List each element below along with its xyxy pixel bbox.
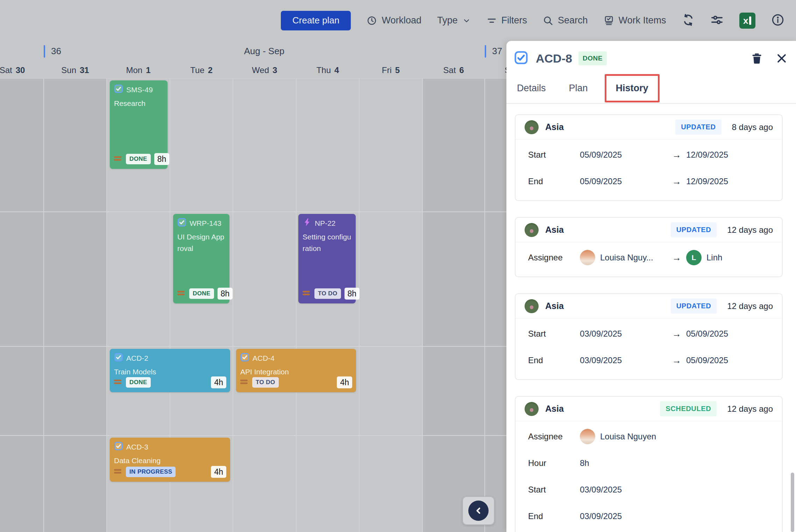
history-entry-header: AsiaUPDATED12 days ago [516, 218, 782, 242]
history-entry: AsiaUPDATED12 days agoAssigneeLouisa Ngu… [515, 217, 783, 277]
excel-icon: x [743, 16, 748, 25]
work-items-button[interactable]: Work Items [604, 15, 666, 26]
chevron-left-icon [468, 501, 489, 521]
card-footer: TO DO8h [302, 288, 352, 300]
history-row-end: End03/09/2025→05/09/2025 [516, 347, 782, 374]
work-items-label: Work Items [619, 15, 666, 26]
new-value: 12/09/2025 [686, 177, 728, 186]
history-entry-header: AsiaSCHEDULED12 days ago [516, 397, 782, 421]
day-number: 4 [334, 65, 339, 75]
card-title: UI Design Approval [177, 231, 225, 254]
value-text: 05/09/2025 [580, 177, 622, 186]
old-value: 05/09/2025 [580, 177, 672, 186]
card-title: Setting configuration [303, 231, 351, 254]
field-label: End [528, 355, 580, 365]
card-title: API Integration [240, 366, 352, 378]
task-card-wrp-143[interactable]: WRP-143UI Design ApprovalDONE8h [173, 214, 229, 303]
day-label-wed-3: Wed3 [233, 64, 296, 77]
search-button[interactable]: Search [543, 15, 588, 26]
sliders-icon [710, 13, 724, 28]
tab-details[interactable]: Details [517, 83, 546, 94]
history-entry: AsiaUPDATED12 days agoStart03/09/2025→05… [515, 293, 783, 380]
calendar-gridline [484, 79, 485, 532]
card-status-badge: DONE [126, 154, 151, 164]
entry-rows: AssigneeLouisa NguyenHour8hStart03/09/20… [516, 421, 782, 532]
task-card-acd-4[interactable]: ACD-4API IntegrationTO DO4h [236, 349, 356, 392]
field-value: Louisa Nguyen [580, 429, 656, 444]
priority-medium-icon [177, 290, 186, 298]
actor-name: Asia [545, 122, 564, 132]
new-value: 12/09/2025 [686, 150, 728, 160]
entry-header-right: UPDATED12 days ago [671, 299, 773, 314]
info-icon [771, 13, 784, 28]
card-hours-badge: 8h [344, 288, 360, 300]
value-text: Louisa Nguyen [600, 432, 656, 441]
actor-name: Asia [545, 225, 564, 235]
history-entry: AsiaUPDATED8 days agoStart05/09/2025→12/… [515, 114, 783, 201]
old-value: Louisa Nguy... [580, 250, 672, 265]
history-row-end: End05/09/2025→12/09/2025 [516, 168, 782, 195]
arrow-right-icon: → [672, 150, 681, 160]
type-dropdown[interactable]: Type [437, 15, 471, 26]
card-status-badge: DONE [189, 288, 214, 299]
day-name: Sat [0, 65, 12, 75]
old-value: 03/09/2025 [580, 355, 672, 365]
history-entries: AsiaUPDATED8 days agoStart05/09/2025→12/… [506, 104, 796, 532]
actor-name: Asia [545, 404, 564, 414]
week-marker-bar [485, 45, 486, 58]
field-value: 03/09/2025 [580, 511, 622, 521]
value-text: 05/09/2025 [580, 150, 622, 160]
task-card-np-22[interactable]: NP-22Setting configurationTO DO8h [298, 214, 356, 303]
actor-name: Asia [545, 301, 564, 311]
priority-medium-icon [114, 155, 122, 163]
status-badge: DONE [578, 51, 607, 65]
sync-icon [682, 14, 695, 28]
priority-medium-icon [114, 468, 122, 476]
info-button[interactable] [771, 13, 784, 28]
delete-button[interactable] [751, 52, 763, 65]
timestamp: 12 days ago [727, 404, 773, 414]
top-toolbar: Create plan Workload Type [281, 0, 784, 41]
day-number: 3 [272, 65, 277, 75]
avatar [580, 429, 595, 444]
collapse-panel-button[interactable] [462, 496, 495, 525]
workload-button[interactable]: Workload [367, 15, 421, 26]
panel-scrollbar[interactable] [791, 473, 794, 532]
value-text: Linh [706, 253, 722, 263]
value-text: Louisa Nguy... [600, 253, 653, 263]
create-plan-button[interactable]: Create plan [281, 11, 351, 30]
entry-header-right: UPDATED8 days ago [675, 120, 773, 135]
event-type-badge: UPDATED [671, 222, 717, 237]
filter-icon [486, 15, 497, 26]
card-header: NP-22 [303, 218, 351, 229]
task-card-acd-3[interactable]: ACD-3Data CleaningIN PROGRESS4h [110, 438, 230, 482]
filters-button[interactable]: Filters [486, 15, 527, 26]
value-text: 12/09/2025 [686, 177, 728, 186]
settings-button[interactable] [710, 13, 724, 28]
tab-plan[interactable]: Plan [569, 83, 588, 94]
entry-header-right: UPDATED12 days ago [671, 222, 773, 237]
field-label: Assignee [528, 432, 580, 441]
chevron-down-icon [462, 16, 471, 25]
arrow-right-icon: → [672, 329, 681, 339]
avatar [580, 250, 595, 265]
card-header: WRP-143 [177, 218, 225, 229]
day-label-tue-2: Tue2 [170, 64, 233, 77]
sync-button[interactable] [682, 14, 695, 28]
day-name: Tue [190, 65, 204, 75]
work-item-panel: ACD-8 DONE Details Plan [506, 41, 796, 532]
card-status-badge: TO DO [252, 377, 279, 388]
close-panel-button[interactable] [776, 52, 788, 64]
card-footer: IN PROGRESS4h [114, 466, 226, 478]
excel-export-button[interactable]: x [739, 13, 755, 29]
value-text: 03/09/2025 [580, 511, 622, 521]
tab-history[interactable]: History [616, 83, 648, 94]
task-card-sms-49[interactable]: SMS-49ResearchDONE8h [110, 80, 168, 169]
lane-divider [0, 435, 506, 436]
calendar-header-divider [0, 78, 506, 79]
task-card-acd-2[interactable]: ACD-2Train ModelsDONE4h [110, 349, 230, 392]
priority-medium-icon [114, 379, 122, 387]
timestamp: 8 days ago [732, 122, 773, 132]
history-entry: AsiaSCHEDULED12 days agoAssigneeLouisa N… [515, 396, 783, 532]
avatar [525, 299, 539, 313]
